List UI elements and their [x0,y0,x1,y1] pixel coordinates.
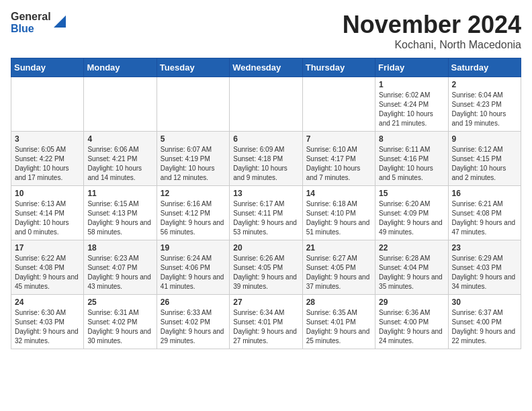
day-number: 16 [452,189,517,198]
calendar-cell: 13Sunrise: 6:17 AM Sunset: 4:11 PM Dayli… [230,186,302,240]
calendar-cell [230,77,302,132]
weekday-header-monday: Monday [84,58,157,77]
calendar-week-row: 3Sunrise: 6:05 AM Sunset: 4:22 PM Daylig… [11,132,521,186]
day-number: 8 [379,134,444,144]
day-info: Sunrise: 6:33 AM Sunset: 4:02 PM Dayligh… [161,308,226,346]
calendar-cell: 28Sunrise: 6:35 AM Sunset: 4:01 PM Dayli… [302,295,375,349]
title-area: November 2024 Kochani, North Macedonia [343,11,521,51]
day-info: Sunrise: 6:15 AM Sunset: 4:13 PM Dayligh… [87,199,152,237]
calendar-cell: 21Sunrise: 6:27 AM Sunset: 4:05 PM Dayli… [302,240,375,295]
weekday-header-sunday: Sunday [11,58,84,77]
day-number: 14 [306,189,371,198]
day-number: 24 [15,298,80,307]
weekday-header-saturday: Saturday [448,58,521,77]
day-number: 25 [87,298,152,307]
day-info: Sunrise: 6:26 AM Sunset: 4:05 PM Dayligh… [233,254,298,291]
day-number: 29 [379,298,444,307]
calendar-cell: 18Sunrise: 6:23 AM Sunset: 4:07 PM Dayli… [84,240,157,295]
calendar-cell: 5Sunrise: 6:07 AM Sunset: 4:19 PM Daylig… [157,132,229,186]
calendar-cell: 25Sunrise: 6:31 AM Sunset: 4:02 PM Dayli… [84,295,157,349]
day-info: Sunrise: 6:21 AM Sunset: 4:08 PM Dayligh… [452,199,517,237]
day-number: 15 [379,189,444,198]
day-info: Sunrise: 6:18 AM Sunset: 4:10 PM Dayligh… [306,199,371,237]
weekday-header-thursday: Thursday [302,58,375,77]
calendar-cell: 2Sunrise: 6:04 AM Sunset: 4:23 PM Daylig… [448,77,521,132]
calendar-cell [11,77,84,132]
day-info: Sunrise: 6:07 AM Sunset: 4:19 PM Dayligh… [161,145,226,183]
day-number: 9 [452,134,517,144]
day-number: 6 [233,134,298,144]
weekday-header-friday: Friday [375,58,448,77]
calendar-cell: 11Sunrise: 6:15 AM Sunset: 4:13 PM Dayli… [84,186,157,240]
calendar-cell: 26Sunrise: 6:33 AM Sunset: 4:02 PM Dayli… [157,295,229,349]
day-info: Sunrise: 6:36 AM Sunset: 4:00 PM Dayligh… [379,308,444,346]
calendar-cell: 10Sunrise: 6:13 AM Sunset: 4:14 PM Dayli… [11,186,84,240]
day-number: 19 [161,243,226,253]
day-number: 27 [233,298,298,307]
day-info: Sunrise: 6:29 AM Sunset: 4:03 PM Dayligh… [452,254,517,291]
calendar-cell: 9Sunrise: 6:12 AM Sunset: 4:15 PM Daylig… [448,132,521,186]
calendar-table: SundayMondayTuesdayWednesdayThursdayFrid… [11,58,521,349]
day-number: 12 [161,189,226,198]
location-title: Kochani, North Macedonia [343,39,521,51]
calendar-cell: 20Sunrise: 6:26 AM Sunset: 4:05 PM Dayli… [230,240,302,295]
weekday-header-row: SundayMondayTuesdayWednesdayThursdayFrid… [11,58,521,77]
day-info: Sunrise: 6:06 AM Sunset: 4:21 PM Dayligh… [87,145,152,183]
day-info: Sunrise: 6:24 AM Sunset: 4:06 PM Dayligh… [161,254,226,291]
calendar-week-row: 1Sunrise: 6:02 AM Sunset: 4:24 PM Daylig… [11,77,521,132]
day-number: 5 [161,134,226,144]
calendar-cell: 4Sunrise: 6:06 AM Sunset: 4:21 PM Daylig… [84,132,157,186]
calendar-cell: 6Sunrise: 6:09 AM Sunset: 4:18 PM Daylig… [230,132,302,186]
day-info: Sunrise: 6:34 AM Sunset: 4:01 PM Dayligh… [233,308,298,346]
calendar-week-row: 24Sunrise: 6:30 AM Sunset: 4:03 PM Dayli… [11,295,521,349]
day-info: Sunrise: 6:28 AM Sunset: 4:04 PM Dayligh… [379,254,444,291]
logo-arrow-icon [54,15,66,30]
calendar-cell: 12Sunrise: 6:16 AM Sunset: 4:12 PM Dayli… [157,186,229,240]
logo-text-general: General [11,11,51,23]
day-info: Sunrise: 6:16 AM Sunset: 4:12 PM Dayligh… [161,199,226,237]
calendar-cell: 1Sunrise: 6:02 AM Sunset: 4:24 PM Daylig… [375,77,448,132]
day-info: Sunrise: 6:04 AM Sunset: 4:23 PM Dayligh… [452,91,517,128]
day-number: 26 [161,298,226,307]
day-info: Sunrise: 6:02 AM Sunset: 4:24 PM Dayligh… [379,91,444,128]
day-info: Sunrise: 6:12 AM Sunset: 4:15 PM Dayligh… [452,145,517,183]
calendar-cell: 15Sunrise: 6:20 AM Sunset: 4:09 PM Dayli… [375,186,448,240]
weekday-header-tuesday: Tuesday [157,58,229,77]
day-info: Sunrise: 6:27 AM Sunset: 4:05 PM Dayligh… [306,254,371,291]
calendar-cell: 3Sunrise: 6:05 AM Sunset: 4:22 PM Daylig… [11,132,84,186]
day-number: 11 [87,189,152,198]
calendar-cell [84,77,157,132]
day-info: Sunrise: 6:09 AM Sunset: 4:18 PM Dayligh… [233,145,298,183]
svg-marker-0 [54,15,66,28]
day-info: Sunrise: 6:11 AM Sunset: 4:16 PM Dayligh… [379,145,444,183]
day-number: 7 [306,134,371,144]
day-info: Sunrise: 6:20 AM Sunset: 4:09 PM Dayligh… [379,199,444,237]
day-number: 3 [15,134,80,144]
calendar-cell: 7Sunrise: 6:10 AM Sunset: 4:17 PM Daylig… [302,132,375,186]
calendar-cell: 30Sunrise: 6:37 AM Sunset: 4:00 PM Dayli… [448,295,521,349]
day-info: Sunrise: 6:30 AM Sunset: 4:03 PM Dayligh… [15,308,80,346]
calendar-cell: 17Sunrise: 6:22 AM Sunset: 4:08 PM Dayli… [11,240,84,295]
calendar-cell: 27Sunrise: 6:34 AM Sunset: 4:01 PM Dayli… [230,295,302,349]
calendar-cell: 16Sunrise: 6:21 AM Sunset: 4:08 PM Dayli… [448,186,521,240]
calendar-cell [302,77,375,132]
day-info: Sunrise: 6:23 AM Sunset: 4:07 PM Dayligh… [87,254,152,291]
day-number: 22 [379,243,444,253]
calendar-cell: 22Sunrise: 6:28 AM Sunset: 4:04 PM Dayli… [375,240,448,295]
day-info: Sunrise: 6:17 AM Sunset: 4:11 PM Dayligh… [233,199,298,237]
day-info: Sunrise: 6:31 AM Sunset: 4:02 PM Dayligh… [87,308,152,346]
calendar-cell: 24Sunrise: 6:30 AM Sunset: 4:03 PM Dayli… [11,295,84,349]
calendar-cell: 19Sunrise: 6:24 AM Sunset: 4:06 PM Dayli… [157,240,229,295]
logo-text-blue: Blue [11,23,51,35]
day-number: 30 [452,298,517,307]
page-header: GeneralBlue November 2024 Kochani, North… [11,11,521,51]
calendar-cell: 14Sunrise: 6:18 AM Sunset: 4:10 PM Dayli… [302,186,375,240]
month-title: November 2024 [343,11,521,39]
logo: GeneralBlue [11,11,66,34]
day-number: 17 [15,243,80,253]
day-number: 21 [306,243,371,253]
day-info: Sunrise: 6:22 AM Sunset: 4:08 PM Dayligh… [15,254,80,291]
day-info: Sunrise: 6:37 AM Sunset: 4:00 PM Dayligh… [452,308,517,346]
calendar-cell: 23Sunrise: 6:29 AM Sunset: 4:03 PM Dayli… [448,240,521,295]
day-number: 28 [306,298,371,307]
